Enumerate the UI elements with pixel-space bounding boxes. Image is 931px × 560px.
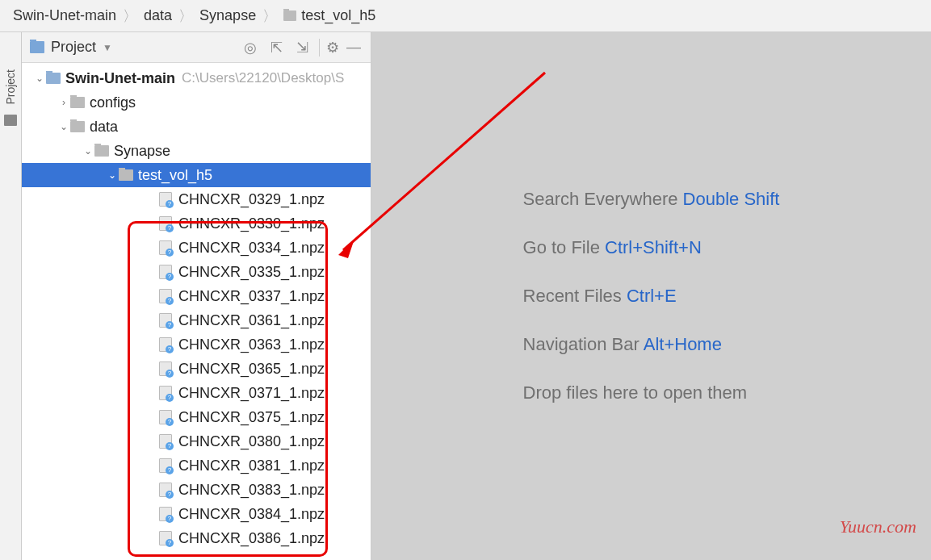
crumb-root[interactable]: Swin-Unet-main	[8, 7, 121, 24]
file-icon	[159, 265, 172, 279]
collapse-all-icon[interactable]: ⇲	[293, 39, 311, 56]
tree-file[interactable]: CHNCXR_0381_1.npz	[22, 453, 371, 478]
folder-icon	[283, 10, 296, 21]
file-icon	[159, 458, 172, 473]
chevron-down-icon[interactable]: ⌄	[106, 169, 119, 181]
expand-all-icon[interactable]: ⇱	[267, 39, 285, 56]
tree-file[interactable]: CHNCXR_0383_1.npz	[22, 478, 371, 502]
file-name: CHNCXR_0330_1.npz	[178, 215, 325, 232]
gear-icon[interactable]: ⚙	[319, 39, 337, 56]
tree-file[interactable]: CHNCXR_0365_1.npz	[22, 357, 371, 381]
sidebar-tab-project[interactable]: Project	[0, 32, 22, 560]
hide-icon[interactable]: —	[345, 39, 363, 56]
file-name: CHNCXR_0337_1.npz	[178, 288, 325, 305]
file-icon	[159, 483, 172, 497]
pane-title[interactable]: Project	[51, 39, 96, 56]
sidebar-tab-label: Project	[4, 65, 17, 110]
file-icon	[159, 313, 172, 328]
file-icon	[159, 216, 172, 231]
file-icon	[159, 434, 172, 449]
tree-node-configs[interactable]: › configs	[22, 90, 371, 115]
tree-file[interactable]: CHNCXR_0334_1.npz	[22, 236, 371, 260]
folder-icon	[70, 97, 85, 108]
file-icon	[159, 361, 172, 376]
file-name: CHNCXR_0363_1.npz	[178, 336, 325, 353]
file-icon	[159, 289, 172, 303]
chevron-down-icon[interactable]: ⌄	[33, 73, 46, 84]
shortcut: Ctrl+Shift+N	[605, 237, 702, 257]
tree-file[interactable]: CHNCXR_0386_1.npz	[22, 526, 371, 550]
project-folder-icon	[30, 41, 44, 53]
tree-file[interactable]: CHNCXR_0329_1.npz	[22, 187, 371, 211]
tree-file[interactable]: CHNCXR_0330_1.npz	[22, 211, 371, 236]
tree-node-test-vol-h5[interactable]: ⌄ test_vol_h5	[22, 163, 371, 187]
file-icon	[159, 410, 172, 424]
project-tool-window: Project ▼ ◎ ⇱ ⇲ ⚙ — ⌄ Swin-Unet-main C:\…	[22, 32, 371, 560]
tree-file[interactable]: CHNCXR_0384_1.npz	[22, 502, 371, 526]
folder-icon	[46, 73, 61, 84]
file-name: CHNCXR_0384_1.npz	[178, 506, 325, 523]
target-icon[interactable]: ◎	[241, 39, 259, 56]
file-name: CHNCXR_0365_1.npz	[178, 361, 325, 378]
editor-empty-area[interactable]: Search Everywhere Double Shift Go to Fil…	[371, 32, 931, 560]
editor-hints: Search Everywhere Double Shift Go to Fil…	[523, 175, 780, 417]
folder-icon	[70, 121, 85, 132]
file-name: CHNCXR_0371_1.npz	[178, 385, 325, 402]
file-icon	[159, 531, 172, 545]
file-name: CHNCXR_0380_1.npz	[178, 433, 325, 450]
watermark: Yuucn.com	[840, 516, 916, 537]
shortcut: Alt+Home	[644, 334, 722, 354]
file-icon	[159, 386, 172, 400]
crumb-synapse[interactable]: Synapse	[195, 7, 261, 24]
shortcut: Ctrl+E	[627, 286, 677, 306]
file-name: CHNCXR_0329_1.npz	[178, 191, 325, 208]
tree-file[interactable]: CHNCXR_0363_1.npz	[22, 332, 371, 357]
tree-file[interactable]: CHNCXR_0337_1.npz	[22, 284, 371, 308]
tree-node-data[interactable]: ⌄ data	[22, 115, 371, 139]
project-tree[interactable]: ⌄ Swin-Unet-main C:\Users\22120\Desktop\…	[22, 63, 371, 560]
file-name: CHNCXR_0386_1.npz	[178, 530, 325, 547]
project-icon	[4, 115, 17, 126]
file-name: CHNCXR_0383_1.npz	[178, 482, 325, 499]
crumb-test-vol[interactable]: test_vol_h5	[279, 7, 380, 24]
file-name: CHNCXR_0334_1.npz	[178, 240, 325, 257]
tree-file[interactable]: CHNCXR_0335_1.npz	[22, 260, 371, 284]
chevron-right-icon: 〉	[177, 6, 195, 26]
chevron-right-icon: 〉	[121, 6, 139, 26]
file-icon	[159, 240, 172, 255]
breadcrumb[interactable]: Swin-Unet-main 〉 data 〉 Synapse 〉 test_v…	[0, 0, 931, 32]
file-icon	[159, 507, 172, 521]
chevron-right-icon: 〉	[261, 6, 279, 26]
crumb-data[interactable]: data	[139, 7, 177, 24]
chevron-down-icon[interactable]: ⌄	[82, 145, 94, 157]
tree-file[interactable]: CHNCXR_0380_1.npz	[22, 429, 371, 453]
chevron-down-icon[interactable]: ▼	[103, 42, 112, 53]
pane-header: Project ▼ ◎ ⇱ ⇲ ⚙ —	[22, 32, 371, 63]
tree-file[interactable]: CHNCXR_0371_1.npz	[22, 381, 371, 405]
file-icon	[159, 337, 172, 352]
tree-node-synapse[interactable]: ⌄ Synapse	[22, 139, 371, 163]
folder-icon	[119, 169, 133, 181]
file-name: CHNCXR_0361_1.npz	[178, 312, 325, 329]
shortcut: Double Shift	[683, 189, 780, 209]
file-name: CHNCXR_0335_1.npz	[178, 264, 325, 281]
file-name: CHNCXR_0375_1.npz	[178, 409, 325, 426]
chevron-down-icon[interactable]: ⌄	[57, 121, 70, 132]
file-icon	[159, 192, 172, 207]
tree-file[interactable]: CHNCXR_0361_1.npz	[22, 308, 371, 332]
folder-icon	[94, 145, 109, 157]
chevron-right-icon[interactable]: ›	[57, 97, 70, 108]
path-hint: C:\Users\22120\Desktop\S	[182, 70, 344, 86]
tree-root[interactable]: ⌄ Swin-Unet-main C:\Users\22120\Desktop\…	[22, 66, 371, 90]
tree-file[interactable]: CHNCXR_0375_1.npz	[22, 405, 371, 429]
file-name: CHNCXR_0381_1.npz	[178, 458, 325, 474]
